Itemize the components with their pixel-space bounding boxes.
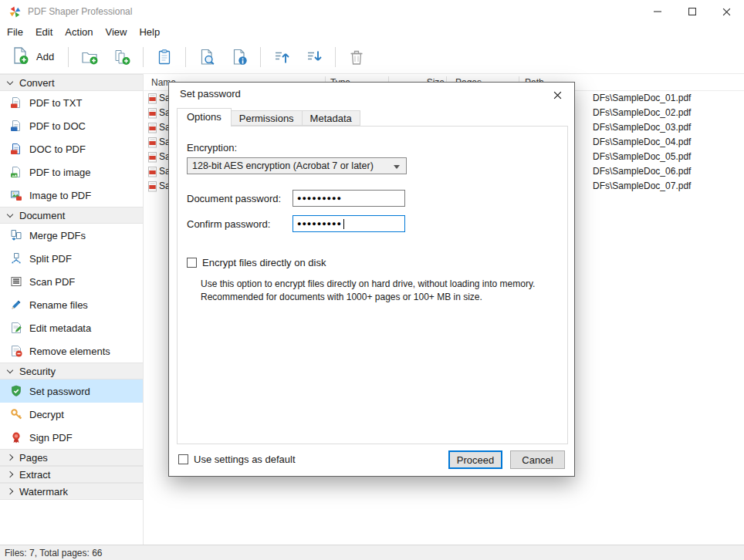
tab-options[interactable]: Options	[177, 108, 232, 127]
edit-metadata-icon	[10, 322, 22, 334]
sidebar-item-edit-metadata[interactable]: Edit metadata	[0, 316, 143, 339]
sidebar-item-doc-to-pdf[interactable]: DOC to PDF	[0, 137, 143, 160]
sidebar-section-convert[interactable]: Convert	[0, 74, 143, 91]
dialog-tabs: Options Permissions Metadata	[177, 108, 360, 126]
dialog-close-button[interactable]	[546, 86, 568, 103]
dialog-titlebar[interactable]: Set password	[169, 83, 574, 106]
delete-button[interactable]	[340, 42, 373, 72]
menu-help[interactable]: Help	[133, 24, 166, 40]
window-controls	[640, 0, 744, 23]
toolbar-separator	[185, 47, 186, 67]
merge-icon	[10, 229, 22, 241]
file-path: DFs\SampleDoc_03.pdf	[593, 122, 691, 133]
close-button[interactable]	[709, 0, 744, 23]
help-text-line2: Recommended for documents with 1000+ pag…	[201, 291, 565, 304]
encrypt-disk-checkbox[interactable]: Encrypt files directly on disk	[187, 257, 326, 268]
chevron-down-icon	[394, 165, 400, 169]
image-to-pdf-icon	[10, 189, 22, 201]
sidebar-section-pages[interactable]: Pages	[0, 449, 143, 466]
app-window: PDF Shaper Professional File Edit Action…	[0, 0, 744, 560]
toolbar-separator	[335, 47, 336, 67]
menubar: File Edit Action View Help	[0, 23, 744, 40]
info-icon	[231, 49, 248, 66]
section-label: Convert	[19, 77, 55, 89]
menu-file[interactable]: File	[1, 24, 29, 40]
sidebar-item-rename-files[interactable]: Rename files	[0, 293, 143, 316]
sidebar-section-watermark[interactable]: Watermark	[0, 483, 143, 500]
toolbar-separator	[260, 47, 261, 67]
sidebar-item-label: PDF to DOC	[29, 120, 86, 132]
file-path: DFs\SampleDoc_01.pdf	[593, 93, 691, 103]
menu-action[interactable]: Action	[59, 24, 99, 40]
pdf-file-icon	[148, 93, 157, 106]
document-password-label: Document password:	[187, 193, 281, 204]
app-logo-icon	[8, 5, 22, 19]
sidebar-item-image-to-pdf[interactable]: Image to PDF	[0, 184, 143, 207]
encryption-select[interactable]: 128-bit AES encryption (Acrobat 7 or lat…	[187, 157, 407, 174]
move-up-button[interactable]	[265, 42, 298, 72]
minimize-button[interactable]	[640, 0, 675, 23]
section-label: Security	[19, 366, 56, 377]
use-settings-default-checkbox[interactable]: Use settings as default	[178, 454, 296, 465]
menu-edit[interactable]: Edit	[29, 24, 59, 40]
file-path: DFs\SampleDoc_02.pdf	[593, 107, 691, 118]
cancel-button[interactable]: Cancel	[510, 450, 565, 469]
seal-icon	[10, 431, 22, 444]
maximize-icon	[688, 8, 696, 15]
tab-permissions[interactable]: Permissions	[231, 110, 303, 126]
toolbar-separator	[143, 47, 144, 67]
info-button[interactable]	[223, 42, 255, 72]
doc-to-pdf-icon	[10, 143, 22, 155]
file-path: DFs\SampleDoc_05.pdf	[593, 151, 691, 162]
add-button[interactable]: Add	[3, 43, 63, 70]
maximize-button[interactable]	[675, 0, 709, 23]
confirm-password-input[interactable]: ●●●●●●●●●	[293, 215, 405, 232]
pdf-to-txt-icon	[10, 96, 22, 109]
encryption-selected-value: 128-bit AES encryption (Acrobat 7 or lat…	[192, 160, 374, 171]
section-label: Pages	[19, 452, 48, 464]
pdf-to-doc-icon	[10, 120, 22, 132]
proceed-button[interactable]: Proceed	[448, 450, 502, 469]
window-title: PDF Shaper Professional	[28, 6, 132, 17]
checkbox-icon	[178, 454, 188, 464]
sidebar-item-split-pdf[interactable]: Split PDF	[0, 247, 143, 270]
remove-elements-icon	[10, 345, 22, 357]
close-icon	[722, 8, 731, 16]
sidebar-item-sign-pdf[interactable]: Sign PDF	[0, 426, 143, 449]
tab-metadata[interactable]: Metadata	[302, 110, 360, 126]
file-path: DFs\SampleDoc_04.pdf	[593, 137, 691, 147]
sidebar-item-remove-elements[interactable]: Remove elements	[0, 339, 143, 363]
chevron-down-icon	[7, 211, 13, 217]
document-password-input[interactable]: ●●●●●●●●●	[293, 190, 405, 207]
sidebar-item-label: PDF to image	[29, 167, 90, 178]
sidebar-section-security[interactable]: Security	[0, 363, 143, 380]
sidebar-item-pdf-to-image[interactable]: PDF to image	[0, 160, 143, 184]
sidebar-section-extract[interactable]: Extract	[0, 466, 143, 483]
sidebar-item-set-password[interactable]: Set password	[0, 380, 143, 403]
titlebar[interactable]: PDF Shaper Professional	[0, 0, 744, 23]
sidebar-item-scan-pdf[interactable]: Scan PDF	[0, 270, 143, 293]
preview-button[interactable]	[191, 42, 223, 72]
sidebar-item-decrypt[interactable]: Decrypt	[0, 403, 143, 426]
add-folder-icon	[81, 49, 98, 66]
sidebar-section-document[interactable]: Document	[0, 207, 143, 224]
sidebar-item-merge-pdfs[interactable]: Merge PDFs	[0, 224, 143, 247]
sidebar-item-label: Merge PDFs	[29, 230, 86, 241]
copy-button[interactable]	[148, 42, 181, 72]
pdf-file-icon	[148, 181, 157, 194]
sidebar-item-pdf-to-doc[interactable]: PDF to DOC	[0, 114, 143, 137]
menu-view[interactable]: View	[100, 24, 134, 40]
minimize-icon	[654, 8, 661, 15]
encryption-label: Encryption:	[187, 142, 237, 153]
sidebar-item-pdf-to-txt[interactable]: PDF to TXT	[0, 91, 143, 114]
key-icon	[10, 408, 22, 420]
checkbox-icon	[187, 258, 197, 268]
add-folder-button[interactable]	[73, 42, 106, 72]
toolbar: Add	[0, 40, 744, 74]
add-files-button[interactable]	[106, 42, 138, 72]
document-password-value: ●●●●●●●●●	[297, 194, 342, 202]
confirm-password-label: Confirm password:	[187, 218, 270, 230]
sidebar: Convert PDF to TXT PDF to DOC	[0, 74, 144, 545]
move-down-button[interactable]	[298, 42, 330, 72]
section-label: Document	[19, 210, 65, 221]
